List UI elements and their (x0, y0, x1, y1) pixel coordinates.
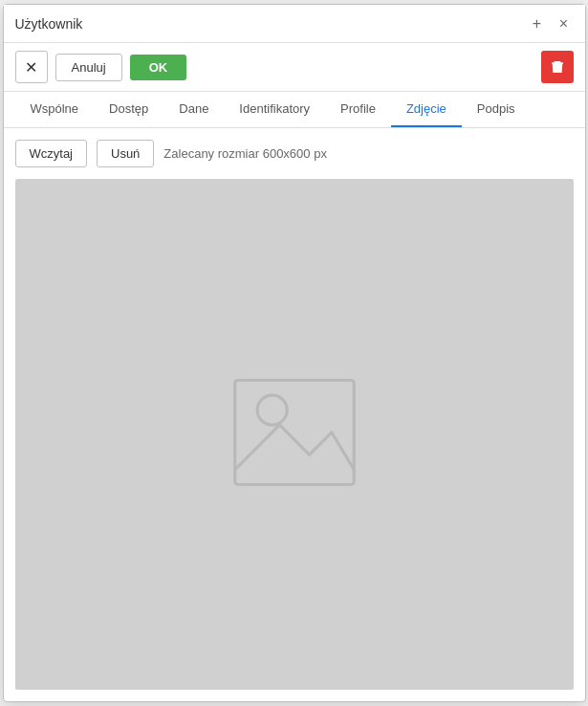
tab-dostep[interactable]: Dostęp (94, 92, 163, 127)
delete-button[interactable] (541, 51, 574, 83)
x-button[interactable]: ✕ (15, 51, 48, 83)
title-bar-right: + × (528, 14, 574, 33)
dialog-title: Użytkownik (15, 16, 83, 32)
title-bar-left: Użytkownik (15, 16, 83, 32)
title-bar: Użytkownik + × (4, 5, 585, 43)
load-button[interactable]: Wczytaj (15, 140, 88, 167)
add-button[interactable]: + (528, 14, 547, 33)
action-row: Wczytaj Usuń Zalecany rozmiar 600x600 px (15, 140, 574, 167)
cancel-button[interactable]: Anuluj (55, 54, 122, 81)
ok-button[interactable]: OK (130, 55, 187, 80)
close-button[interactable]: × (555, 14, 574, 33)
trash-icon (550, 59, 565, 75)
tab-profile[interactable]: Profile (325, 92, 391, 127)
photo-placeholder-icon (218, 365, 371, 503)
tab-dane[interactable]: Dane (163, 92, 224, 127)
hint-text: Zalecany rozmiar 600x600 px (163, 146, 327, 161)
tab-content-zdjecie: Wczytaj Usuń Zalecany rozmiar 600x600 px (4, 128, 585, 701)
tabs: Wspólne Dostęp Dane Identifikatory Profi… (4, 92, 585, 128)
dialog: Użytkownik + × ✕ Anuluj OK Wspólne Dostę… (3, 4, 586, 702)
image-placeholder (218, 365, 371, 503)
remove-button[interactable]: Usuń (97, 140, 154, 167)
image-preview (15, 179, 574, 690)
tab-podpis[interactable]: Podpis (462, 92, 531, 127)
svg-point-1 (257, 395, 287, 425)
toolbar: ✕ Anuluj OK (4, 43, 585, 92)
svg-rect-0 (234, 381, 353, 485)
tab-identyfikatory[interactable]: Identifikatory (224, 92, 325, 127)
tab-wspolne[interactable]: Wspólne (15, 92, 95, 127)
tab-zdjecie[interactable]: Zdjęcie (391, 92, 462, 127)
